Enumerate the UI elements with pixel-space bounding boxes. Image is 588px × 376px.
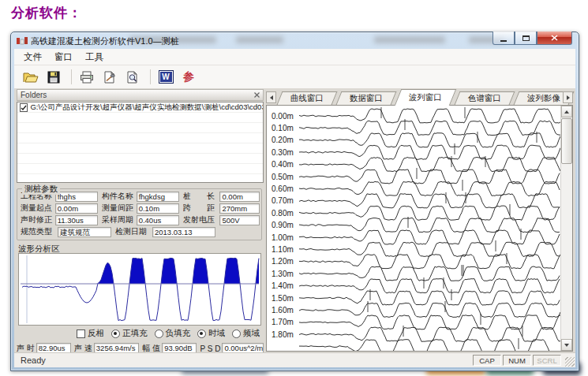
invert-label: 反相	[88, 328, 104, 339]
scrollbar-thumb[interactable]	[561, 118, 572, 164]
parameters-icon: 参	[183, 70, 194, 84]
folders-close-icon[interactable]	[254, 92, 260, 98]
print-preview-button[interactable]	[122, 68, 143, 87]
radio-icon	[155, 329, 163, 338]
window-client: 文件 窗口 工具	[14, 49, 575, 367]
tab-wave-train-window[interactable]: 波列窗口	[395, 89, 456, 106]
component-name-field[interactable]: fhgkdsg	[137, 192, 179, 202]
parameters-button[interactable]: 参	[178, 68, 199, 87]
maximize-button[interactable]	[515, 32, 537, 45]
time-domain-label: 时域	[208, 328, 225, 339]
field-label: 测量起点	[21, 203, 55, 214]
open-button[interactable]	[21, 68, 41, 87]
standard-type-field[interactable]: 建筑规范	[58, 227, 111, 237]
field-label: 构件名称	[102, 191, 137, 202]
freq-domain-radio[interactable]: 频域	[232, 328, 260, 339]
tab-chromatogram-window[interactable]: 色谱窗口	[455, 91, 515, 105]
svg-text:0.10m: 0.10m	[272, 124, 294, 132]
invert-checkbox[interactable]: 反相	[77, 328, 104, 339]
toolbar: W 参	[14, 65, 575, 89]
tab-data-window[interactable]: 数据窗口	[336, 91, 397, 105]
field-label: 发射电压	[183, 214, 219, 225]
export-word-button[interactable]: W	[155, 68, 176, 87]
scroll-up-button[interactable]	[561, 106, 572, 117]
window-titlebar[interactable]: 高铁建混凝土检测分析软件V1.0—测桩	[11, 32, 579, 49]
psd-label: P S D	[200, 344, 220, 353]
field-label: 检测日期	[115, 226, 152, 237]
sample-period-field[interactable]: 0.40us	[137, 215, 179, 225]
menu-item-window[interactable]: 窗口	[48, 50, 79, 65]
fill-positive-radio[interactable]: 正填充	[111, 328, 148, 339]
close-button[interactable]	[537, 32, 572, 45]
folders-title: Folders	[21, 91, 47, 99]
page-hammer-icon	[103, 71, 116, 84]
time-domain-radio[interactable]: 时域	[197, 328, 225, 339]
wave-scrollbar[interactable]	[560, 106, 572, 351]
keyboard-indicators: CAP NUM SCRL	[471, 355, 561, 366]
num-indicator: NUM	[503, 355, 531, 366]
right-panel: 曲线窗口 数据窗口 波列窗口 色谱窗口 波列影像 0.00m0.10m0.20m…	[266, 89, 573, 352]
field-label: 声时修正	[21, 214, 55, 225]
scroll-down-button[interactable]	[561, 339, 572, 351]
svg-text:0.70m: 0.70m	[272, 196, 294, 205]
params-row: 测量起点 0.00m 测量间距 0.10m 跨 距 270mm	[21, 203, 260, 213]
svg-text:1.00m: 1.00m	[272, 233, 294, 242]
field-label: 跨 距	[183, 203, 219, 214]
field-label: 规范类型	[21, 226, 58, 237]
print-setup-button[interactable]	[99, 68, 120, 87]
page-heading: 分析软件：	[11, 4, 82, 22]
tab-scroll-right-button[interactable]	[563, 91, 573, 103]
svg-text:0.80m: 0.80m	[272, 209, 294, 218]
status-text: Ready	[21, 356, 471, 365]
voltage-field[interactable]: 500V	[219, 215, 260, 225]
svg-text:0.50m: 0.50m	[272, 173, 294, 181]
time-correction-field[interactable]: 11.30us	[55, 215, 98, 225]
tab-scroll-left-button[interactable]	[266, 91, 276, 103]
interval-field[interactable]: 0.10m	[137, 203, 179, 214]
save-button[interactable]	[43, 68, 64, 87]
folder-path: G:\公司产品设计开发\超声仪器\超声仪实地检测数据\测桩\cd\cd03\cd…	[30, 102, 263, 113]
checkbox-icon	[77, 329, 85, 338]
svg-text:0.90m: 0.90m	[272, 221, 294, 229]
freq-domain-label: 频域	[243, 328, 260, 339]
resize-grip[interactable]	[565, 357, 575, 367]
minimize-button[interactable]	[492, 32, 515, 45]
tab-curve-window[interactable]: 曲线窗口	[277, 91, 338, 105]
menu-item-tools[interactable]: 工具	[79, 50, 110, 65]
span-field[interactable]: 270mm	[219, 203, 260, 214]
svg-text:0.00m: 0.00m	[272, 112, 294, 121]
params-row: 声时修正 11.30us 采样周期 0.40us 发射电压 500V	[21, 215, 260, 225]
tab-label: 波列窗口	[409, 92, 442, 103]
field-label: 采样周期	[102, 214, 137, 225]
folders-panel-header: Folders	[17, 89, 264, 101]
pile-length-field[interactable]: 0.00m	[219, 192, 260, 202]
project-name-field[interactable]: fhghs	[55, 192, 98, 202]
folder-item[interactable]: G:\公司产品设计开发\超声仪器\超声仪实地检测数据\测桩\cd\cd03\cd…	[17, 102, 263, 113]
analysis-wave-svg	[19, 254, 260, 325]
tab-label: 波列影像	[527, 93, 560, 104]
fill-negative-radio[interactable]: 负填充	[155, 328, 191, 339]
svg-text:0.20m: 0.20m	[272, 136, 294, 144]
left-arrow-icon	[270, 95, 273, 100]
word-icon: W	[159, 70, 174, 84]
print-button[interactable]	[77, 68, 97, 87]
right-arrow-icon	[567, 95, 570, 100]
wave-train-panel[interactable]: 0.00m0.10m0.20m0.30m0.40m0.50m0.60m0.70m…	[266, 105, 573, 352]
field-label: 桩 长	[183, 191, 219, 202]
folder-checkbox[interactable]	[20, 103, 28, 112]
menu-item-file[interactable]: 文件	[17, 50, 48, 65]
fill-negative-label: 负填充	[166, 328, 191, 339]
analysis-wave-box[interactable]	[18, 253, 261, 326]
svg-text:0.40m: 0.40m	[272, 160, 294, 169]
toolbar-separator	[150, 69, 151, 84]
titlebar-artifact	[374, 36, 445, 43]
window-controls	[492, 32, 572, 45]
test-date-field[interactable]: 2013.03.13	[152, 227, 215, 237]
folders-list[interactable]: G:\公司产品设计开发\超声仪器\超声仪实地检测数据\测桩\cd\cd03\cd…	[17, 102, 264, 183]
start-point-field[interactable]: 0.00m	[55, 203, 98, 214]
radio-selected-icon	[111, 329, 120, 338]
page: 分析软件： 高铁建混凝土检测分析软件V1.0—测桩	[0, 0, 588, 376]
svg-text:1.60m: 1.60m	[272, 306, 294, 315]
toolbar-separator	[71, 69, 72, 84]
app-window: 高铁建混凝土检测分析软件V1.0—测桩 文件 窗口 工具	[10, 32, 579, 371]
